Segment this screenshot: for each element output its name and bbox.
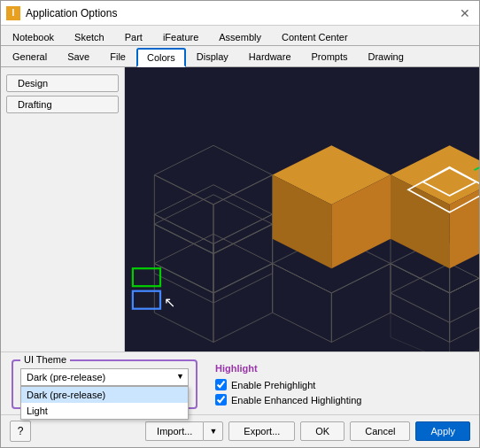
tab-content-center[interactable]: Content Center — [272, 28, 358, 45]
footer-left: ? — [10, 421, 31, 442]
import-split-button: Import... ▼ — [145, 421, 223, 441]
tab-assembly[interactable]: Assembly — [209, 28, 271, 45]
application-options-window: I Application Options ✕ Notebook Sketch … — [0, 0, 480, 448]
prehighlight-checkbox[interactable] — [215, 379, 227, 390]
cancel-button[interactable]: Cancel — [350, 421, 410, 441]
apply-button[interactable]: Apply — [415, 421, 470, 441]
footer-right: Import... ▼ Export... OK Cancel Apply — [145, 421, 470, 441]
enhanced-highlight-row: Enable Enhanced Highlighting — [215, 394, 468, 406]
svg-text:↖: ↖ — [164, 295, 175, 310]
preview-area: ↖ — [125, 67, 479, 351]
highlight-title: Highlight — [215, 363, 468, 374]
main-content: Design Drafting — [1, 67, 479, 351]
prehighlight-row: Enable Prehighlight — [215, 379, 468, 390]
enhanced-highlight-checkbox[interactable] — [215, 394, 227, 406]
tab-file[interactable]: File — [100, 48, 135, 66]
tab-hardware[interactable]: Hardware — [239, 48, 301, 66]
tabs-row1: Notebook Sketch Part iFeature Assembly C… — [1, 26, 479, 46]
tab-drawing[interactable]: Drawing — [358, 48, 413, 66]
tab-general[interactable]: General — [3, 48, 57, 66]
title-bar-left: I Application Options — [6, 6, 117, 20]
theme-option-light[interactable]: Light — [21, 403, 188, 419]
dropdown-arrow-icon: ▼ — [176, 372, 184, 381]
tab-prompts[interactable]: Prompts — [302, 48, 358, 66]
tab-part[interactable]: Part — [115, 28, 152, 45]
bottom-section: UI Theme Dark (pre-release) ▼ Dark (pre-… — [1, 351, 479, 414]
window-title: Application Options — [26, 7, 117, 19]
tab-colors[interactable]: Colors — [136, 48, 186, 67]
bottom-content: UI Theme Dark (pre-release) ▼ Dark (pre-… — [12, 359, 468, 409]
import-dropdown-arrow[interactable]: ▼ — [203, 421, 223, 441]
theme-dropdown-list: Dark (pre-release) Light — [20, 386, 189, 420]
app-icon: I — [6, 6, 20, 20]
ui-theme-group: UI Theme Dark (pre-release) ▼ Dark (pre-… — [12, 359, 197, 409]
theme-dropdown[interactable]: Dark (pre-release) ▼ — [20, 368, 189, 386]
enhanced-highlight-label: Enable Enhanced Highlighting — [231, 395, 361, 406]
ok-button[interactable]: OK — [300, 421, 345, 441]
3d-preview: ↖ — [125, 67, 479, 351]
theme-group-label: UI Theme — [20, 354, 70, 365]
prehighlight-label: Enable Prehighlight — [231, 380, 315, 390]
theme-selected-value: Dark (pre-release) — [27, 372, 105, 382]
drafting-button[interactable]: Drafting — [6, 96, 119, 113]
import-button[interactable]: Import... — [145, 421, 203, 441]
theme-dropdown-wrapper: Dark (pre-release) ▼ Dark (pre-release) … — [20, 368, 189, 386]
design-button[interactable]: Design — [6, 74, 119, 92]
export-button[interactable]: Export... — [228, 421, 295, 441]
help-button[interactable]: ? — [10, 421, 31, 442]
theme-option-dark[interactable]: Dark (pre-release) — [21, 387, 188, 403]
tab-sketch[interactable]: Sketch — [65, 28, 114, 45]
tabs-row2: General Save File Colors Display Hardwar… — [1, 46, 479, 67]
left-panel: Design Drafting — [1, 67, 125, 351]
title-bar: I Application Options ✕ — [1, 1, 479, 26]
tab-notebook[interactable]: Notebook — [3, 28, 64, 45]
tab-save[interactable]: Save — [58, 48, 99, 66]
highlight-group: Highlight Enable Prehighlight Enable Enh… — [215, 359, 468, 409]
tab-display[interactable]: Display — [187, 48, 238, 66]
close-button[interactable]: ✕ — [456, 4, 474, 22]
tab-ifeature[interactable]: iFeature — [153, 28, 208, 45]
